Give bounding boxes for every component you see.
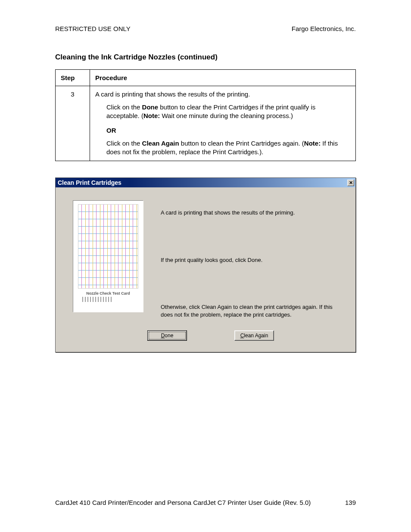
page-number: 139 [345, 499, 356, 506]
dialog-text: A card is printing that shows the result… [161, 200, 342, 318]
table-header-row: Step Procedure [56, 70, 356, 86]
procedure-cell: A card is printing that shows the result… [90, 86, 356, 161]
proc-line-2: Click on the Done button to clear the Pr… [106, 103, 350, 121]
col-step: Step [56, 70, 90, 86]
section-title: Cleaning the Ink Cartridge Nozzles (cont… [55, 53, 356, 62]
col-procedure: Procedure [90, 70, 356, 86]
table-row: 3 A card is printing that shows the resu… [56, 86, 356, 161]
dialog-body: Nozzle Check Test Card A card is printin… [56, 187, 355, 323]
clean-again-label: lean Again [244, 333, 268, 339]
footer-text: CardJet 410 Card Printer/Encoder and Per… [55, 499, 311, 506]
dialog-button-row: Done Clean Again [133, 323, 288, 352]
dialog-p3: Otherwise, click Clean Again to clean th… [161, 303, 342, 318]
dialog-p2: If the print quality looks good, click D… [161, 256, 342, 264]
done-label: one [165, 333, 173, 339]
test-card-preview: Nozzle Check Test Card [73, 200, 143, 312]
dialog-p1: A card is printing that shows the result… [161, 209, 342, 217]
proc-line-1: A card is printing that shows the result… [95, 90, 350, 98]
close-icon[interactable]: ✕ [347, 180, 354, 186]
mini-bars-icon [82, 297, 134, 305]
header-left: RESTRICTED USE ONLY [55, 25, 131, 32]
proc-or: OR [106, 127, 350, 134]
page-header: RESTRICTED USE ONLY Fargo Electronics, I… [55, 25, 356, 32]
proc-line-3: Click on the Clean Again button to clean… [106, 139, 350, 157]
dialog-title: Clean Print Cartridges [58, 179, 121, 186]
clean-again-button[interactable]: Clean Again [234, 330, 274, 341]
clean-print-cartridges-dialog: Clean Print Cartridges ✕ Nozzle Check Te… [55, 177, 356, 352]
step-number: 3 [56, 86, 90, 161]
dialog-titlebar[interactable]: Clean Print Cartridges ✕ [56, 178, 355, 187]
header-right: Fargo Electronics, Inc. [292, 25, 356, 32]
procedure-table: Step Procedure 3 A card is printing that… [55, 69, 356, 161]
done-button[interactable]: Done [147, 330, 187, 341]
page-footer: CardJet 410 Card Printer/Encoder and Per… [55, 499, 356, 506]
test-card-label: Nozzle Check Test Card [86, 291, 130, 296]
nozzle-grid-icon [78, 204, 138, 289]
